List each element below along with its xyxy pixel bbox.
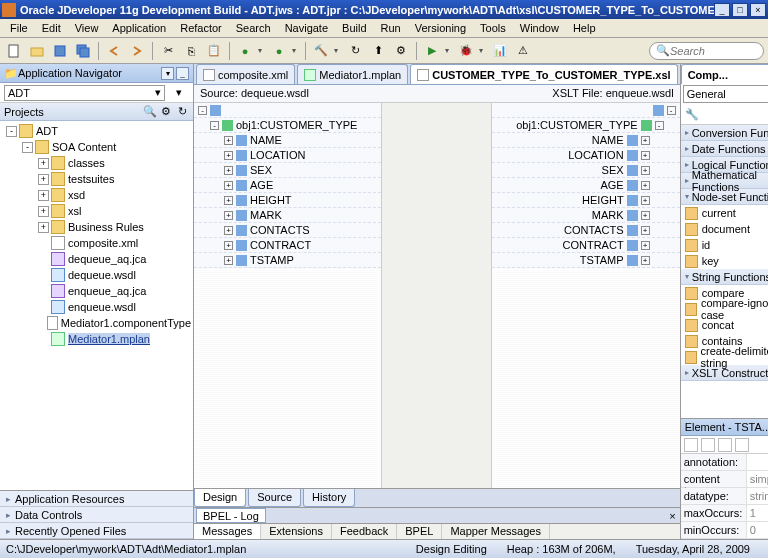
forward-button[interactable]: ● [269,41,289,61]
menu-search[interactable]: Search [230,20,277,36]
close-button[interactable]: × [750,3,766,17]
menu-navigate[interactable]: Navigate [279,20,334,36]
component-function[interactable]: create-delimited-string [681,349,768,365]
debug-button[interactable]: 🐞 [456,41,476,61]
tree-item[interactable]: enqueue_aq.jca [2,283,191,299]
tree-item[interactable]: enqueue.wsdl [2,299,191,315]
tree-item[interactable]: dequeue.wsdl [2,267,191,283]
map-field[interactable]: CONTRACT+ [492,238,680,253]
map-field[interactable]: +AGE [194,178,381,193]
projects-filter-button[interactable]: 🔍 [143,105,157,119]
tree-item[interactable]: -SOA Content [2,139,191,155]
build-button[interactable]: 🔨 [311,41,331,61]
component-category[interactable]: Mathematical Functions [681,173,768,189]
tree-expander[interactable]: - [22,142,33,153]
tree-expander[interactable]: + [38,174,49,185]
tab-xsl[interactable]: CUSTOMER_TYPE_To_CUSTOMER_TYPE.xsl [410,64,677,84]
elem-edit-button[interactable] [735,438,749,452]
map-field[interactable]: +SEX [194,163,381,178]
tree-expander[interactable]: + [38,222,49,233]
property-value[interactable]: 1 [747,505,768,521]
accordion-recent-files[interactable]: Recently Opened Files [0,523,193,539]
tab-mediator[interactable]: Mediator1.mplan [297,64,408,84]
map-field[interactable]: NAME+ [492,133,680,148]
panel-minimize-button[interactable]: _ [176,67,189,80]
tree-item[interactable]: +testsuites [2,171,191,187]
menu-view[interactable]: View [69,20,105,36]
map-root[interactable]: - [194,103,381,118]
config-button[interactable]: ⚙ [391,41,411,61]
map-field[interactable]: HEIGHT+ [492,193,680,208]
map-field[interactable]: LOCATION+ [492,148,680,163]
new-button[interactable] [4,41,24,61]
projects-refresh-button[interactable]: ↻ [175,105,189,119]
tree-item[interactable]: composite.xml [2,235,191,251]
logtab-bpel[interactable]: BPEL [397,524,442,539]
projects-options-button[interactable]: ⚙ [159,105,173,119]
component-function[interactable]: compare-ignore-case [681,301,768,317]
menu-versioning[interactable]: Versioning [409,20,472,36]
deploy-button[interactable]: ⬆ [368,41,388,61]
menu-tools[interactable]: Tools [474,20,512,36]
open-button[interactable] [27,41,47,61]
menu-help[interactable]: Help [567,20,602,36]
tree-item[interactable]: +xsl [2,203,191,219]
menu-refactor[interactable]: Refactor [174,20,228,36]
restore-button[interactable]: □ [732,3,748,17]
menu-application[interactable]: Application [106,20,172,36]
map-field[interactable]: SEX+ [492,163,680,178]
cut-button[interactable]: ✂ [158,41,178,61]
redo-button[interactable] [127,41,147,61]
menu-run[interactable]: Run [375,20,407,36]
tree-expander[interactable]: + [38,158,49,169]
log-tab-bpel[interactable]: BPEL - Log [196,508,266,523]
tab-components[interactable]: Comp... [681,64,768,84]
menu-file[interactable]: File [4,20,34,36]
tab-source[interactable]: Source [248,489,301,507]
tree-item[interactable]: Mediator1.componentType [2,315,191,331]
tree-expander[interactable]: + [38,206,49,217]
tree-item[interactable]: +Business Rules [2,219,191,235]
component-category[interactable]: XSLT Constructs [681,365,768,381]
map-type-node[interactable]: obj1:CUSTOMER_TYPE- [492,118,680,133]
components-tree[interactable]: Conversion FunctionsDate FunctionsLogica… [681,125,768,418]
map-field[interactable]: TSTAMP+ [492,253,680,268]
search-input[interactable] [670,45,750,57]
copy-button[interactable]: ⎘ [181,41,201,61]
profile-button[interactable]: 📊 [490,41,510,61]
logtab-messages[interactable]: Messages [194,524,261,539]
component-function[interactable]: current [681,205,768,221]
source-tree[interactable]: --obj1:CUSTOMER_TYPE+NAME+LOCATION+SEX+A… [194,103,382,488]
map-root[interactable]: - [492,103,680,118]
map-field[interactable]: +MARK [194,208,381,223]
component-category[interactable]: Date Functions [681,141,768,157]
component-function[interactable]: id [681,237,768,253]
component-category[interactable]: Node-set Functions [681,189,768,205]
app-menu-button[interactable]: ▾ [169,83,189,103]
map-field[interactable]: AGE+ [492,178,680,193]
log-close-button[interactable]: × [669,510,675,522]
map-field[interactable]: +LOCATION [194,148,381,163]
map-field[interactable]: +NAME [194,133,381,148]
elem-freeze-button[interactable] [718,438,732,452]
component-function[interactable]: key [681,253,768,269]
tree-item[interactable]: -ADT [2,123,191,139]
map-field[interactable]: +TSTAMP [194,253,381,268]
application-combo[interactable]: ADT▾ [4,85,165,101]
warning-icon[interactable]: ⚠ [513,41,533,61]
target-tree[interactable]: -obj1:CUSTOMER_TYPE-NAME+LOCATION+SEX+AG… [492,103,680,488]
elem-find-button[interactable] [684,438,698,452]
tab-history[interactable]: History [303,489,355,507]
back-button[interactable]: ● [235,41,255,61]
tab-design[interactable]: Design [194,489,246,507]
map-field[interactable]: +HEIGHT [194,193,381,208]
refresh-button[interactable]: ↻ [345,41,365,61]
minimize-button[interactable]: _ [714,3,730,17]
logtab-feedback[interactable]: Feedback [332,524,397,539]
components-category-combo[interactable]: General▼ [683,85,768,103]
search-box[interactable]: 🔍 [649,42,764,60]
map-field[interactable]: +CONTRACT [194,238,381,253]
property-value[interactable]: 0 [747,522,768,538]
tree-item[interactable]: dequeue_aq.jca [2,251,191,267]
project-tree[interactable]: -ADT-SOA Content+classes+testsuites+xsd+… [0,121,193,490]
